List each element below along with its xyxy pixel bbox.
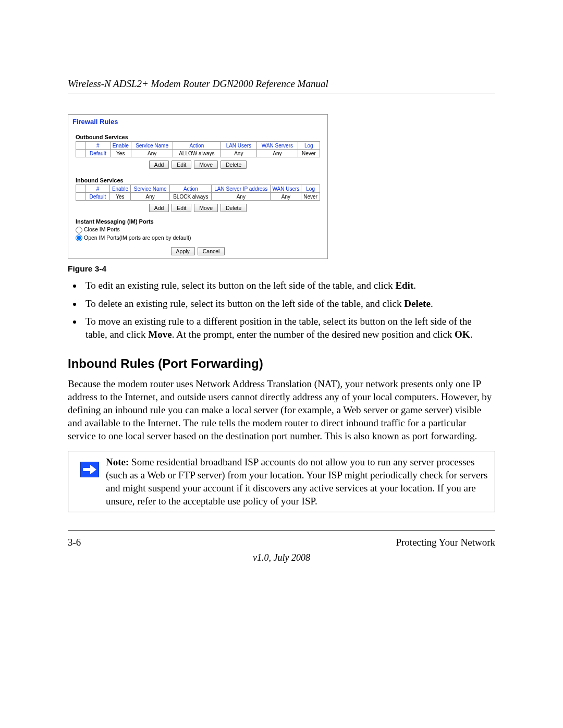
list-item: To edit an existing rule, select its but… <box>82 279 495 292</box>
td: Yes <box>110 193 131 201</box>
th-wan: WAN Servers <box>257 142 298 150</box>
note-label: Note: <box>106 456 129 467</box>
svg-marker-0 <box>83 465 96 474</box>
td: Never <box>301 193 320 201</box>
list-item: To delete an existing rule, select its b… <box>82 297 495 310</box>
td: Default <box>86 150 111 157</box>
td: BLOCK always <box>170 193 212 201</box>
td: ALLOW always <box>173 150 221 157</box>
radio-input[interactable] <box>76 227 82 233</box>
radio-label: Close IM Ports <box>84 226 120 232</box>
note-box: Note: Some residential broadband ISP acc… <box>68 451 495 512</box>
divider-top <box>68 93 495 93</box>
move-button[interactable]: Move <box>194 161 218 169</box>
panel-title: Firewall Rules <box>68 115 327 126</box>
section-im: Instant Messaging (IM) Ports <box>76 218 320 225</box>
th-blank <box>76 142 86 150</box>
table-header-row: # Enable Service Name Action LAN Users W… <box>76 142 320 150</box>
radio-input[interactable] <box>76 235 82 241</box>
radio-open-im[interactable]: Open IM Ports(IM ports are open by defau… <box>76 234 320 242</box>
text: . At the prompt, enter the number of the… <box>172 329 455 340</box>
cmd: Delete <box>404 298 431 309</box>
td <box>76 150 86 157</box>
delete-button[interactable]: Delete <box>221 204 247 212</box>
edit-button[interactable]: Edit <box>172 161 191 169</box>
cmd: Move <box>148 329 172 340</box>
td: Any <box>271 193 301 201</box>
th-log: Log <box>298 142 320 150</box>
body-paragraph: Because the modem router uses Network Ad… <box>68 377 495 442</box>
td: Any <box>130 193 170 201</box>
chapter-title: Protecting Your Network <box>396 537 495 548</box>
text: . <box>413 280 416 291</box>
apply-button[interactable]: Apply <box>171 247 195 255</box>
th-service: Service Name <box>131 142 173 150</box>
th-lanip: LAN Server IP address <box>212 185 271 193</box>
td: Any <box>131 150 173 157</box>
text: . <box>431 298 433 309</box>
td: Default <box>85 193 109 201</box>
td: Yes <box>110 150 131 157</box>
radio-label: Open IM Ports(IM ports are open by defau… <box>84 235 191 241</box>
th-enable: Enable <box>110 142 131 150</box>
heading-inbound-rules: Inbound Rules (Port Forwarding) <box>68 356 495 371</box>
arrow-right-icon <box>80 462 99 477</box>
table-row: Default Yes Any BLOCK always Any Any Nev… <box>76 193 320 201</box>
page-number: 3-6 <box>68 537 81 548</box>
divider-bottom <box>68 530 495 530</box>
th-enable: Enable <box>110 185 131 193</box>
th-wanu2: WAN Users <box>271 185 301 193</box>
text: To edit an existing rule, select its but… <box>85 280 395 291</box>
table-row: Default Yes Any ALLOW always Any Any Nev… <box>76 150 320 157</box>
cancel-button[interactable]: Cancel <box>198 247 225 255</box>
th-action: Action <box>170 185 212 193</box>
td: Any <box>212 193 271 201</box>
delete-button[interactable]: Delete <box>221 161 247 169</box>
note-body: Some residential broadband ISP accounts … <box>106 456 487 507</box>
note-text: Note: Some residential broadband ISP acc… <box>106 451 495 512</box>
list-item: To move an existing rule to a different … <box>82 315 495 341</box>
cmd: Edit <box>395 280 413 291</box>
table-header-row: # Enable Service Name Action LAN Server … <box>76 185 320 193</box>
text: . <box>470 329 473 340</box>
outbound-table: # Enable Service Name Action LAN Users W… <box>76 141 320 157</box>
figure-screenshot: Firewall Rules Outbound Services # Enabl… <box>68 114 328 259</box>
cmd: OK <box>455 329 470 340</box>
radio-close-im[interactable]: Close IM Ports <box>76 226 320 234</box>
td: Never <box>298 150 320 157</box>
th-blank <box>76 185 86 193</box>
figure-caption: Figure 3-4 <box>68 264 495 274</box>
th-lan: LAN Users <box>221 142 257 150</box>
text: To delete an existing rule, select its b… <box>85 298 404 309</box>
move-button[interactable]: Move <box>194 204 218 212</box>
td: Any <box>221 150 257 157</box>
running-head: Wireless-N ADSL2+ Modem Router DGN2000 R… <box>68 78 495 90</box>
add-button[interactable]: Add <box>149 161 169 169</box>
bullet-list: To edit an existing rule, select its but… <box>68 279 495 340</box>
add-button[interactable]: Add <box>149 204 169 212</box>
th-num: # <box>85 185 109 193</box>
th-num: # <box>86 142 111 150</box>
edit-button[interactable]: Edit <box>172 204 191 212</box>
inbound-table: # Enable Service Name Action LAN Server … <box>76 184 320 201</box>
section-outbound: Outbound Services <box>76 134 320 140</box>
version-date: v1.0, July 2008 <box>68 552 495 563</box>
td <box>76 193 86 201</box>
section-inbound: Inbound Services <box>76 177 320 183</box>
note-icon-cell <box>68 451 106 477</box>
th-log2: Log <box>301 185 320 193</box>
td: Any <box>257 150 298 157</box>
th-action: Action <box>173 142 221 150</box>
th-service: Service Name <box>130 185 170 193</box>
